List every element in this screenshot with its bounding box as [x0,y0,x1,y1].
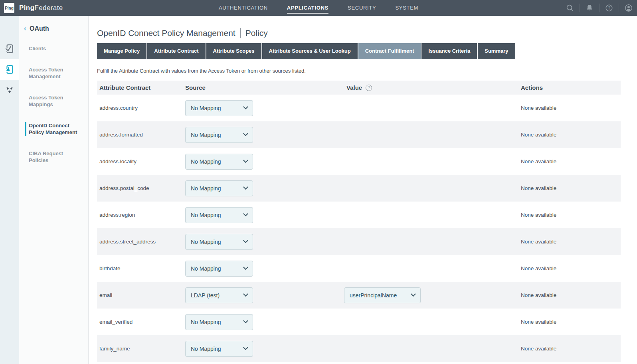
source-select-value: No Mapping [191,239,221,245]
value-help-icon[interactable]: ? [366,85,372,91]
source-select[interactable]: No Mapping [185,341,253,357]
nav-authentication[interactable]: AUTHENTICATION [219,0,268,16]
attribute-name: address.street_address [99,239,156,245]
sidebar-item-openid-connect-policy-management[interactable]: OpenID Connect Policy Management [25,122,88,136]
source-select[interactable]: No Mapping [185,180,253,196]
tab-attribute-sources-user-lookup[interactable]: Attribute Sources & User Lookup [262,43,358,59]
chevron-down-icon [243,131,248,136]
source-select-value: No Mapping [191,132,221,138]
value-select-value: userPrincipalName [350,292,397,299]
attribute-name: email [99,292,112,298]
sidebar-item-clients[interactable]: Clients [19,45,88,52]
page-title-main: OpenID Connect Policy Management [97,28,235,38]
table-row: address.postal_codeNo MappingNone availa… [97,175,621,202]
table-body: address.countryNo MappingNone availablea… [97,95,621,362]
nav-security[interactable]: SECURITY [348,0,376,16]
tab-issuance-criteria[interactable]: Issuance Criteria [421,43,477,59]
actions-text: None available [521,239,556,245]
tab-attribute-scopes[interactable]: Attribute Scopes [206,43,261,59]
header-attribute-contract: Attribute Contract [97,84,183,91]
source-select-value: No Mapping [191,265,221,272]
source-select[interactable]: No Mapping [185,207,253,223]
attribute-name: address.region [99,212,135,218]
page-title-sub: Policy [245,28,268,38]
table-row: birthdateNo MappingNone available [97,255,621,282]
source-select[interactable]: No Mapping [185,127,253,143]
divider [580,4,580,12]
policy-tabs: Manage PolicyAttribute ContractAttribute… [97,43,621,59]
notifications-icon[interactable] [585,4,594,12]
source-select-value: No Mapping [191,319,221,325]
svg-text:?: ? [608,6,610,10]
source-select[interactable]: No Mapping [185,261,253,277]
header-source: Source [183,84,344,91]
chevron-down-icon [243,211,248,216]
chevron-left-icon: ‹ [24,25,26,32]
chevron-down-icon [411,291,416,297]
actions-text: None available [521,185,556,191]
table-row: emailLDAP (test)userPrincipalNameNone av… [97,282,621,309]
chevron-down-icon [243,318,248,323]
main-content: OpenID Connect Policy Management Policy … [89,16,637,364]
sidebar-item-access-token-mappings[interactable]: Access Token Mappings [19,94,88,108]
source-select[interactable]: No Mapping [185,234,253,250]
chevron-down-icon [243,265,248,270]
tab-contract-fulfillment[interactable]: Contract Fulfillment [358,43,421,59]
table-row: address.regionNo MappingNone available [97,202,621,228]
attribute-name: family_name [99,346,130,352]
source-select-value: No Mapping [191,158,221,165]
attribute-name: address.formatted [99,132,143,138]
chevron-down-icon [243,104,248,109]
sidebar-item-ciba-request-policies[interactable]: CIBA Request Policies [19,150,88,164]
source-select[interactable]: No Mapping [185,154,253,170]
table-row: email_verifiedNo MappingNone available [97,309,621,335]
actions-text: None available [521,319,556,325]
page-title: OpenID Connect Policy Management Policy [97,28,621,38]
chevron-down-icon [243,184,248,190]
attribute-name: address.country [99,105,138,111]
header-actions: Actions [521,84,621,91]
source-select[interactable]: No Mapping [185,314,253,330]
source-select-value: LDAP (test) [191,292,220,299]
nav-applications[interactable]: APPLICATIONS [287,0,328,16]
primary-nav: AUTHENTICATIONAPPLICATIONSSECURITYSYSTEM [219,0,418,16]
table-row: address.countryNo MappingNone available [97,95,621,121]
nav-system[interactable]: SYSTEM [395,0,418,16]
source-select-value: No Mapping [191,212,221,218]
contract-fulfillment-table: Attribute Contract Source Value ? Action… [97,81,621,362]
actions-text: None available [521,265,556,271]
rail-item-mappings[interactable] [0,80,19,101]
sidebar-back-label: OAuth [30,25,49,32]
actions-text: None available [521,292,556,298]
clients-icon [4,44,15,54]
search-icon[interactable] [566,4,574,12]
chevron-down-icon [243,345,248,350]
sidebar: ‹ OAuth ClientsAccess Token ManagementAc… [19,16,89,364]
product-name-bold: Ping [19,4,34,12]
divider [599,4,599,12]
tab-summary[interactable]: Summary [478,43,515,59]
ping-logo: Ping [4,3,14,13]
sidebar-back[interactable]: ‹ OAuth [19,25,88,32]
rail-item-clients[interactable] [0,38,19,59]
table-row: address.localityNo MappingNone available [97,148,621,175]
tab-attribute-contract[interactable]: Attribute Contract [147,43,205,59]
table-header: Attribute Contract Source Value ? Action… [97,81,621,95]
sidebar-items: ClientsAccess Token ManagementAccess Tok… [19,45,88,164]
attribute-name: address.postal_code [99,185,149,191]
rail-item-oauth[interactable] [0,59,19,80]
value-select[interactable]: userPrincipalName [344,287,421,303]
actions-text: None available [521,105,556,111]
source-select[interactable]: No Mapping [185,100,253,116]
table-row: address.formattedNo MappingNone availabl… [97,121,621,148]
tab-manage-policy[interactable]: Manage Policy [97,43,146,59]
chevron-down-icon [243,238,248,243]
source-select-value: No Mapping [191,105,221,111]
help-icon[interactable]: ? [605,4,613,12]
source-select[interactable]: LDAP (test) [185,287,253,303]
brand: Ping PingFederate [0,3,63,13]
source-select-value: No Mapping [191,185,221,192]
account-icon[interactable] [624,4,633,12]
sidebar-item-access-token-management[interactable]: Access Token Management [19,66,88,80]
chevron-down-icon [243,291,248,297]
